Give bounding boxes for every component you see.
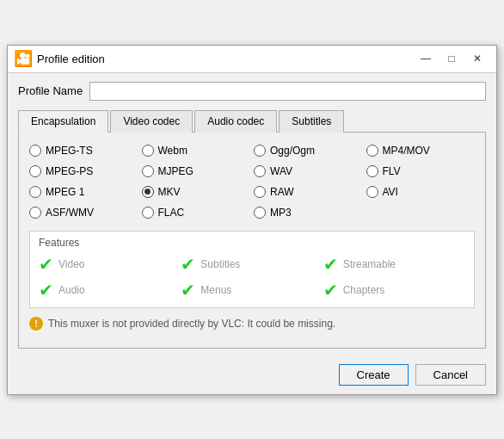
feature-check-subtitles: ✔ — [181, 256, 195, 273]
tab-encapsulation[interactable]: Encapsulation — [18, 110, 108, 133]
tab-video-codec[interactable]: Video codec — [110, 110, 193, 133]
profile-name-input[interactable] — [89, 82, 486, 101]
format-option-mpeg-ts[interactable]: MPEG-TS — [29, 145, 138, 157]
format-label-webm: Webm — [158, 145, 187, 157]
feature-item-subtitles: ✔Subtitles — [181, 256, 323, 273]
format-label-asf-wmv: ASF/WMV — [46, 207, 94, 219]
radio-circle-mp4-mov — [366, 145, 378, 157]
format-label-flac: FLAC — [158, 207, 185, 219]
format-option-mpeg-ps[interactable]: MPEG-PS — [29, 165, 138, 177]
tab-subtitles[interactable]: Subtitles — [279, 110, 344, 133]
format-option-mp3[interactable]: MP3 — [254, 207, 363, 219]
format-option-webm[interactable]: Webm — [142, 145, 251, 157]
create-button[interactable]: Create — [339, 364, 409, 386]
tab-content-encapsulation: MPEG-TSWebmOgg/OgmMP4/MOVMPEG-PSMJPEGWAV… — [18, 133, 486, 349]
app-icon: 🎦 — [15, 50, 32, 67]
radio-circle-mpeg-ps — [29, 165, 41, 177]
features-grid: ✔Video✔Subtitles✔Streamable✔Audio✔Menus✔… — [39, 256, 465, 299]
feature-item-chapters: ✔Chapters — [323, 281, 465, 299]
format-label-raw: RAW — [270, 186, 294, 198]
radio-circle-mjpeg — [142, 165, 154, 177]
radio-circle-webm — [142, 145, 154, 157]
format-label-mp3: MP3 — [270, 207, 292, 219]
format-option-flv[interactable]: FLV — [366, 165, 476, 177]
radio-circle-ogg-ogm — [254, 145, 266, 157]
feature-label-streamable: Streamable — [343, 258, 396, 270]
feature-item-streamable: ✔Streamable — [323, 256, 465, 273]
format-option-wav[interactable]: WAV — [254, 165, 363, 177]
feature-item-menus: ✔Menus — [181, 281, 323, 299]
radio-circle-asf-wmv — [29, 207, 41, 219]
format-label-mpeg1: MPEG 1 — [46, 186, 84, 198]
tabs-bar: Encapsulation Video codec Audio codec Su… — [18, 109, 486, 133]
feature-label-subtitles: Subtitles — [200, 258, 240, 270]
feature-label-video: Video — [58, 258, 84, 270]
radio-circle-wav — [254, 165, 266, 177]
features-label: Features — [39, 237, 465, 249]
format-option-avi[interactable]: AVI — [366, 186, 476, 198]
format-label-wav: WAV — [270, 165, 292, 177]
format-label-mpeg-ts: MPEG-TS — [46, 145, 93, 157]
format-grid: MPEG-TSWebmOgg/OgmMP4/MOVMPEG-PSMJPEGWAV… — [29, 145, 475, 219]
warning-icon: ! — [29, 317, 43, 331]
dialog-footer: Create Cancel — [8, 357, 496, 394]
profile-name-label: Profile Name — [18, 84, 83, 97]
maximize-button[interactable]: □ — [439, 50, 464, 67]
format-label-flv: FLV — [383, 165, 401, 177]
format-label-mpeg-ps: MPEG-PS — [46, 165, 93, 177]
warning-text: This muxer is not provided directly by V… — [48, 318, 335, 330]
format-option-flac[interactable]: FLAC — [142, 207, 251, 219]
features-box: Features ✔Video✔Subtitles✔Streamable✔Aud… — [29, 231, 475, 308]
format-option-mjpeg[interactable]: MJPEG — [142, 165, 251, 177]
feature-check-streamable: ✔ — [323, 256, 338, 273]
feature-label-audio: Audio — [58, 284, 85, 296]
format-label-mkv: MKV — [158, 186, 181, 198]
radio-circle-mpeg1 — [29, 186, 41, 198]
feature-item-video: ✔Video — [39, 256, 181, 273]
feature-label-menus: Menus — [200, 284, 231, 296]
dialog-content: Profile Name Encapsulation Video codec A… — [8, 73, 496, 357]
radio-circle-flac — [142, 207, 154, 219]
title-bar: 🎦 Profile edition — □ ✕ — [8, 46, 496, 73]
format-option-raw[interactable]: RAW — [254, 186, 363, 198]
window-title: Profile edition — [37, 53, 414, 65]
radio-circle-mp3 — [254, 207, 266, 219]
format-label-mp4-mov: MP4/MOV — [383, 145, 430, 157]
cancel-button[interactable]: Cancel — [415, 364, 486, 386]
radio-circle-raw — [254, 186, 266, 198]
format-option-mp4-mov[interactable]: MP4/MOV — [366, 145, 476, 157]
format-option-ogg-ogm[interactable]: Ogg/Ogm — [254, 145, 363, 157]
format-option-mkv[interactable]: MKV — [142, 186, 251, 198]
format-label-ogg-ogm: Ogg/Ogm — [270, 145, 315, 157]
feature-label-chapters: Chapters — [343, 284, 385, 296]
radio-circle-avi — [366, 186, 378, 198]
main-window: 🎦 Profile edition — □ ✕ Profile Name Enc… — [7, 45, 497, 395]
feature-item-audio: ✔Audio — [39, 281, 181, 299]
format-label-avi: AVI — [383, 186, 398, 198]
feature-check-chapters: ✔ — [323, 281, 338, 299]
radio-circle-flv — [366, 165, 378, 177]
feature-check-menus: ✔ — [181, 281, 195, 299]
minimize-button[interactable]: — — [414, 50, 438, 67]
tab-audio-codec[interactable]: Audio codec — [194, 110, 277, 133]
format-option-mpeg1[interactable]: MPEG 1 — [29, 186, 138, 198]
window-controls: — □ ✕ — [414, 50, 489, 67]
warning-row: ! This muxer is not provided directly by… — [29, 317, 475, 331]
profile-name-row: Profile Name — [18, 82, 486, 101]
feature-check-audio: ✔ — [39, 281, 53, 299]
close-button[interactable]: ✕ — [465, 50, 489, 67]
radio-circle-mkv — [142, 186, 154, 198]
format-option-asf-wmv[interactable]: ASF/WMV — [29, 207, 138, 219]
format-label-mjpeg: MJPEG — [158, 165, 194, 177]
feature-check-video: ✔ — [39, 256, 53, 273]
radio-circle-mpeg-ts — [29, 145, 41, 157]
